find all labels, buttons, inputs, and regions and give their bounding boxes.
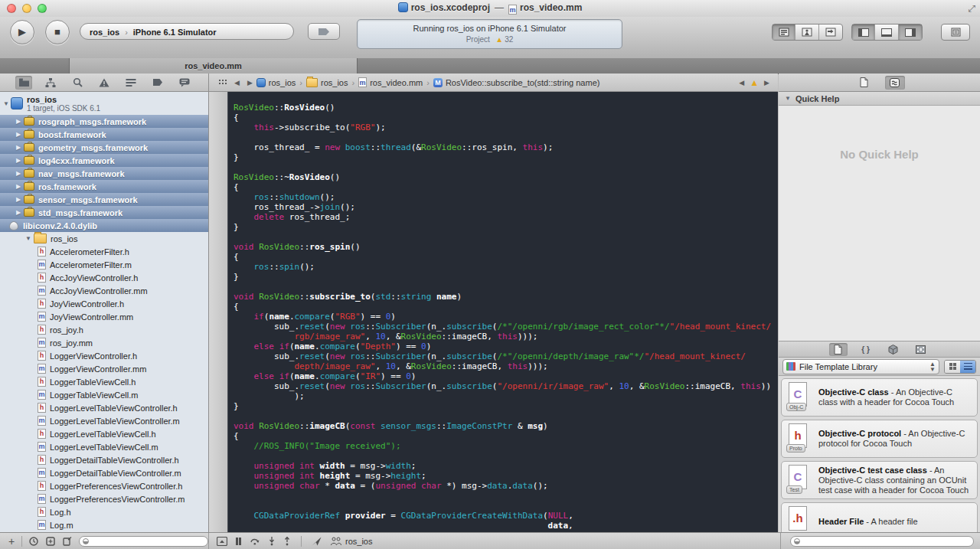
file-row[interactable]: mLog.m <box>0 518 208 531</box>
process-indicator[interactable]: ros_ios <box>330 537 372 546</box>
crumb-symbol[interactable]: RosVideo::subscribe_to(std::string name) <box>446 78 600 87</box>
file-template-library-icon[interactable] <box>829 343 848 356</box>
version-editor-button[interactable] <box>819 25 842 40</box>
log-navigator-icon[interactable] <box>176 76 193 90</box>
file-row[interactable]: hLoggerDetailTableViewController.h <box>0 453 208 466</box>
stop-button[interactable]: ■ <box>45 20 70 44</box>
previous-issue-icon[interactable]: ◀ <box>735 79 748 87</box>
framework-row[interactable]: ▶std_msgs.framework <box>0 206 208 219</box>
tab-ros-video[interactable]: ros_video.mm <box>69 58 358 74</box>
symbol-navigator-icon[interactable] <box>42 76 59 90</box>
next-issue-icon[interactable]: ▶ <box>760 79 773 87</box>
disclosure-triangle-icon[interactable]: ▼ <box>3 100 11 107</box>
breakpoint-navigator-icon[interactable] <box>149 76 166 90</box>
group-row[interactable]: ▼ ros_ios <box>0 232 208 245</box>
object-library-icon[interactable] <box>884 343 903 356</box>
history-back-icon[interactable]: ◀ <box>230 79 243 87</box>
show-navigator-button[interactable] <box>852 25 875 40</box>
project-navigator-icon[interactable] <box>15 76 32 90</box>
activity-viewer[interactable]: Running ros_ios on iPhone 6.1 Simulator … <box>357 19 622 49</box>
file-row[interactable]: mLoggerLevelTableViewController.m <box>0 414 208 427</box>
pause-icon[interactable] <box>236 538 241 545</box>
step-over-icon[interactable] <box>250 537 260 545</box>
disclosure-triangle-icon[interactable]: ▶ <box>16 196 23 203</box>
disclosure-triangle-icon[interactable]: ▶ <box>16 170 23 177</box>
file-row[interactable]: hLoggerViewController.h <box>0 349 208 362</box>
framework-row[interactable]: ▶rosgraph_msgs.framework <box>0 115 208 128</box>
disclosure-triangle-icon[interactable]: ▶ <box>16 144 23 151</box>
scm-status-icon[interactable] <box>46 537 55 546</box>
framework-row[interactable]: ▶nav_msgs.framework <box>0 167 208 180</box>
file-row[interactable]: mLoggerLevelTableViewCell.m <box>0 440 208 453</box>
disclosure-triangle-icon[interactable]: ▼ <box>785 95 791 102</box>
source-editor[interactable]: RosVideo::RosVideo(){ this->subscribe_to… <box>209 92 778 532</box>
disclosure-triangle-icon[interactable]: ▶ <box>16 209 23 216</box>
file-row[interactable]: hJoyViewController.h <box>0 297 208 310</box>
code-snippet-library-icon[interactable]: { } <box>857 343 875 356</box>
navigator-filter-field[interactable] <box>79 536 208 547</box>
disclosure-triangle-icon[interactable]: ▶ <box>16 183 23 190</box>
crumb-group[interactable]: ros_ios <box>321 78 348 87</box>
grid-view-button[interactable] <box>945 361 960 373</box>
dylib-row[interactable]: libiconv.2.4.0.dylib <box>0 219 208 232</box>
file-row[interactable]: mAccJoyViewController.mm <box>0 284 208 297</box>
library-dropdown[interactable]: File Template Library ▲▼ <box>782 359 939 374</box>
framework-row[interactable]: ▶boost.framework <box>0 128 208 141</box>
template-item[interactable]: .hHeader File - A header file <box>781 502 978 532</box>
file-inspector-icon[interactable] <box>854 76 874 90</box>
add-icon[interactable]: + <box>8 535 15 547</box>
assistant-editor-button[interactable] <box>795 25 818 40</box>
standard-editor-button[interactable] <box>773 25 795 40</box>
framework-row[interactable]: ▶log4cxx.framework <box>0 154 208 167</box>
library-filter-field[interactable] <box>790 536 974 547</box>
disclosure-triangle-icon[interactable]: ▶ <box>16 118 23 125</box>
recent-files-clock-icon[interactable] <box>29 537 38 546</box>
template-item[interactable]: CObj-CObjective-C class - An Objective-C… <box>781 378 978 417</box>
fullscreen-icon[interactable]: ⤢ <box>968 3 975 14</box>
breakpoints-button[interactable] <box>308 23 340 40</box>
crumb-file[interactable]: ros_video.mm <box>370 78 423 87</box>
framework-row[interactable]: ▶sensor_msgs.framework <box>0 193 208 206</box>
file-row[interactable]: hAccJoyViewController.h <box>0 271 208 284</box>
simulate-location-icon[interactable] <box>312 537 322 546</box>
issue-navigator-icon[interactable] <box>96 76 113 90</box>
disclosure-triangle-icon[interactable]: ▶ <box>16 131 23 138</box>
file-row[interactable]: hros_joy.h <box>0 323 208 336</box>
file-row[interactable]: mLoggerDetailTableViewController.m <box>0 466 208 479</box>
file-row[interactable]: mLoggerPreferencesViewController.m <box>0 492 208 505</box>
crumb-project[interactable]: ros_ios <box>269 78 296 87</box>
code-area[interactable]: RosVideo::RosVideo(){ this->subscribe_to… <box>228 103 776 539</box>
template-item[interactable]: CTestObjective-C test case class - An Ob… <box>781 461 978 499</box>
list-view-button[interactable] <box>960 361 975 373</box>
step-out-icon[interactable] <box>283 537 291 546</box>
disclosure-triangle-icon[interactable]: ▶ <box>16 157 23 164</box>
organizer-button[interactable] <box>942 25 969 40</box>
scheme-selector[interactable]: ros_ios›iPhone 6.1 Simulator <box>80 23 294 40</box>
file-row[interactable]: hLoggerPreferencesViewController.h <box>0 479 208 492</box>
quick-help-inspector-icon[interactable] <box>885 76 905 90</box>
file-row[interactable]: mLoggerViewController.mm <box>0 362 208 375</box>
file-row[interactable]: hLoggerTableViewCell.h <box>0 375 208 388</box>
unsaved-files-icon[interactable] <box>63 537 72 546</box>
debug-navigator-icon[interactable] <box>122 76 139 90</box>
framework-row[interactable]: ▶geometry_msgs.framework <box>0 141 208 154</box>
file-row[interactable]: mLoggerTableViewCell.m <box>0 388 208 401</box>
search-navigator-icon[interactable] <box>69 76 86 90</box>
quick-help-header[interactable]: ▼ Quick Help <box>779 92 980 106</box>
show-utilities-button[interactable] <box>899 25 922 40</box>
history-forward-icon[interactable]: ▶ <box>243 79 256 87</box>
project-row[interactable]: ▼ ros_ios 1 target, iOS SDK 6.1 <box>0 92 208 115</box>
template-item[interactable]: hProtoObjective-C protocol - An Objectiv… <box>781 420 978 458</box>
toggle-debug-area-icon[interactable] <box>217 537 227 546</box>
file-row[interactable]: hAccelerometerFilter.h <box>0 245 208 258</box>
related-items-icon[interactable] <box>218 79 227 86</box>
framework-row[interactable]: ▶ros.framework <box>0 180 208 193</box>
file-row[interactable]: hLog.h <box>0 505 208 518</box>
file-row[interactable]: hLoggerLevelTableViewController.h <box>0 401 208 414</box>
step-into-icon[interactable] <box>268 537 276 546</box>
media-library-icon[interactable] <box>912 343 930 356</box>
file-row[interactable]: hLoggerLevelTableViewCell.h <box>0 427 208 440</box>
run-button[interactable]: ▶ <box>10 20 34 44</box>
file-row[interactable]: mros_joy.mm <box>0 336 208 349</box>
show-debug-area-button[interactable] <box>875 25 898 40</box>
